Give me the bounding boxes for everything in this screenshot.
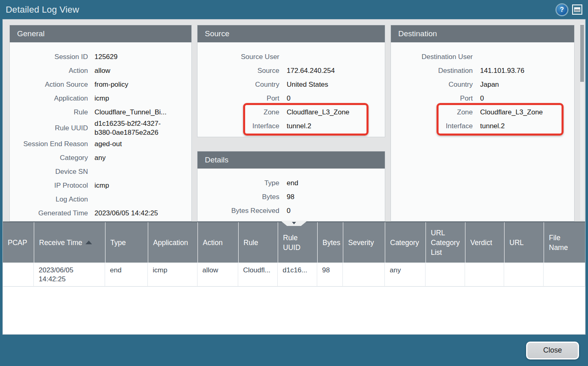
column-label: Verdict — [470, 238, 492, 248]
field-row: Actionallow — [15, 64, 186, 78]
field-value: icmp — [94, 94, 109, 103]
cell-rule: Cloudfl... — [238, 263, 278, 287]
field-row: Log Action — [15, 193, 186, 206]
field-value: icmp — [94, 181, 109, 190]
field-row: Device SN — [15, 165, 186, 179]
column-header-category[interactable]: Category — [385, 222, 426, 263]
cell-file-name — [544, 263, 585, 287]
column-header-url[interactable]: URL — [504, 222, 544, 263]
destination-panel: Destination Destination User Destination… — [391, 25, 575, 221]
maximize-window-icon[interactable] — [572, 4, 582, 15]
column-label: Bytes — [323, 238, 340, 248]
field-label: Category — [15, 154, 94, 162]
column-header-receive-time[interactable]: Receive Time — [34, 222, 105, 263]
field-row: Interfacetunnel.2 — [397, 119, 568, 133]
field-row: Session ID125629 — [15, 50, 186, 64]
field-value: 172.64.240.254 — [287, 66, 335, 75]
cell-category: any — [385, 263, 426, 287]
field-value: 0 — [287, 206, 290, 215]
column-label: Rule — [244, 238, 258, 248]
log-table-row[interactable]: 2023/06/05 14:42:25 end icmp allow Cloud… — [3, 263, 585, 287]
field-value: d1c16235-b2f2-4327-b380-0ae1875e2a26 — [94, 119, 174, 137]
column-label: Type — [110, 238, 126, 248]
column-label: Action — [203, 238, 223, 248]
field-label: Destination User — [397, 53, 480, 61]
field-value: 125629 — [94, 53, 118, 61]
field-row: Applicationicmp — [15, 92, 186, 105]
column-label: URL — [509, 238, 524, 248]
help-icon[interactable]: ? — [557, 4, 567, 15]
field-row: Rule UUIDd1c16235-b2f2-4327-b380-0ae1875… — [15, 119, 186, 137]
field-value: Cloudflare_L3_Zone — [480, 108, 543, 117]
close-button[interactable]: Close — [526, 342, 579, 359]
field-label: Bytes Received — [203, 207, 287, 215]
field-value: Japan — [480, 80, 499, 89]
column-header-action[interactable]: Action — [197, 222, 238, 263]
field-row: Generated Time2023/06/05 14:42:25 — [15, 206, 186, 220]
field-value: tunnel.2 — [480, 122, 505, 131]
field-label: Interface — [397, 122, 480, 130]
panels-scrollbar[interactable] — [580, 24, 584, 220]
field-label: Port — [203, 94, 287, 103]
column-header-pcap[interactable]: PCAP — [3, 222, 34, 263]
details-panel: Details Typeend Bytes98 Bytes Received0 — [197, 151, 385, 221]
field-value: 0 — [287, 94, 290, 103]
column-header-file-name[interactable]: File Name — [544, 222, 585, 263]
column-header-application[interactable]: Application — [148, 222, 197, 263]
source-panel-title: Source — [197, 25, 385, 42]
field-row: Bytes Received0 — [203, 204, 379, 218]
field-row: IP Protocolicmp — [15, 179, 186, 193]
field-value: from-policy — [94, 80, 128, 89]
column-header-rule[interactable]: Rule — [238, 222, 278, 263]
field-label: Zone — [203, 108, 287, 116]
field-label: Zone — [397, 108, 480, 116]
field-label: Session ID — [15, 53, 94, 61]
field-label: Country — [203, 81, 287, 89]
field-label: Country — [397, 81, 480, 89]
field-label: Source User — [203, 53, 287, 61]
cell-bytes: 98 — [317, 263, 343, 287]
field-label: Device SN — [15, 168, 94, 176]
field-value: 141.101.93.76 — [480, 66, 524, 75]
column-header-url-category-list[interactable]: URL Category List — [426, 222, 465, 263]
field-row: Source User — [203, 50, 379, 64]
column-label: Severity — [348, 238, 374, 248]
column-header-rule-uuid[interactable]: Rule UUID — [278, 222, 317, 263]
field-value: allow — [94, 66, 110, 75]
field-value: 98 — [287, 193, 294, 202]
field-label: Type — [203, 179, 287, 187]
dialog-titlebar: Detailed Log View ? — [0, 0, 588, 19]
field-row: Interfacetunnel.2 — [203, 119, 379, 133]
field-row: Session End Reasonaged-out — [15, 137, 186, 151]
field-label: Port — [397, 94, 480, 103]
column-label: URL Category List — [431, 228, 460, 257]
scrollbar-thumb[interactable] — [580, 25, 584, 82]
details-panel-title: Details — [197, 151, 385, 169]
field-label: Source — [203, 67, 287, 75]
column-header-verdict[interactable]: Verdict — [465, 222, 504, 263]
field-value: tunnel.2 — [287, 122, 312, 131]
field-value: end — [287, 179, 298, 188]
column-header-severity[interactable]: Severity — [343, 222, 385, 263]
column-header-type[interactable]: Type — [105, 222, 148, 263]
field-row: CountryUnited States — [203, 78, 379, 92]
field-value: Cloudflare_L3_Zone — [287, 108, 349, 117]
field-row: Destination141.101.93.76 — [397, 64, 568, 78]
window-pane-glyph — [574, 7, 580, 12]
field-row: Destination User — [397, 50, 568, 64]
cell-url-category-list — [426, 263, 465, 287]
column-label: File Name — [549, 233, 580, 252]
cell-url — [504, 263, 544, 287]
field-value: aged-out — [94, 140, 122, 149]
field-value: 2023/06/05 14:42:25 — [94, 209, 158, 218]
cell-type: end — [105, 263, 148, 287]
field-value: United States — [287, 80, 328, 89]
column-label: Application — [153, 238, 188, 248]
field-value: any — [94, 153, 105, 162]
field-label: Rule UUID — [15, 124, 94, 132]
column-header-bytes[interactable]: Bytes — [317, 222, 343, 263]
field-row: Port0 — [397, 92, 568, 105]
field-row: ZoneCloudflare_L3_Zone — [397, 105, 568, 119]
destination-panel-title: Destination — [391, 25, 574, 42]
field-value: Cloudflare_Tunnel_Bi... — [94, 108, 167, 117]
